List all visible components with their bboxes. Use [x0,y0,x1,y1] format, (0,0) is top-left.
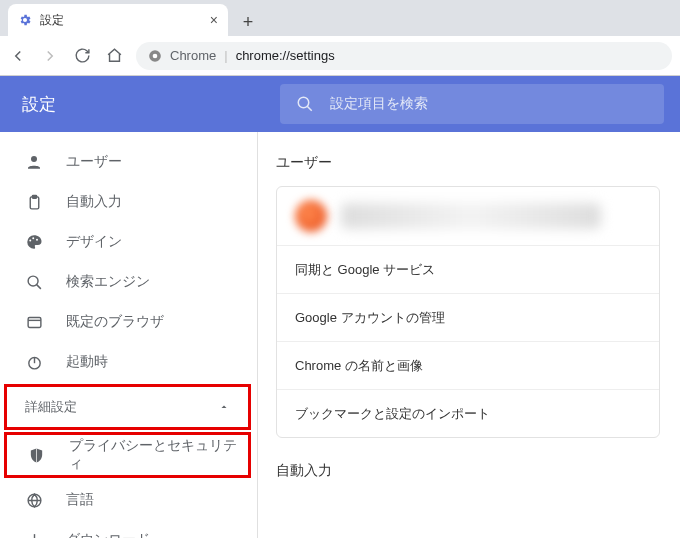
sidebar-item-label: ユーザー [66,153,122,171]
close-icon[interactable]: × [210,12,218,28]
svg-point-7 [32,237,34,239]
highlight-privacy: プライバシーとセキュリティ [4,432,251,478]
address-field[interactable]: Chrome | chrome://settings [136,42,672,70]
search-input[interactable]: 設定項目を検索 [280,84,664,124]
search-placeholder: 設定項目を検索 [330,95,428,113]
svg-point-6 [29,240,31,242]
sidebar-item-label: プライバシーとセキュリティ [69,437,248,473]
globe-icon [24,490,44,510]
forward-button[interactable] [40,46,60,66]
tab-strip: 設定 × + [0,0,680,36]
svg-point-8 [36,239,38,241]
power-icon [24,352,44,372]
profile-text-blurred [341,203,601,229]
sidebar-item-label: 検索エンジン [66,273,150,291]
sidebar-item-appearance[interactable]: デザイン [0,222,257,262]
row-import[interactable]: ブックマークと設定のインポート [277,389,659,437]
sidebar-item-search[interactable]: 検索エンジン [0,262,257,302]
page-title: 設定 [0,93,280,116]
highlight-advanced: 詳細設定 [4,384,251,430]
advanced-label: 詳細設定 [25,398,77,416]
profile-row[interactable] [277,187,659,245]
sidebar-item-user[interactable]: ユーザー [0,142,257,182]
address-url: chrome://settings [236,48,335,63]
svg-rect-5 [32,195,36,198]
tab-title: 設定 [40,12,64,29]
person-icon [24,152,44,172]
svg-point-1 [153,53,158,58]
sidebar-item-label: ダウンロード [66,531,150,538]
home-button[interactable] [104,46,124,66]
sidebar-item-language[interactable]: 言語 [0,480,257,520]
sidebar-item-label: 起動時 [66,353,108,371]
palette-icon [24,232,44,252]
new-tab-button[interactable]: + [234,8,262,36]
sidebar-item-label: 言語 [66,491,94,509]
sidebar-item-privacy[interactable]: プライバシーとセキュリティ [7,435,248,475]
row-sync[interactable]: 同期と Google サービス [277,245,659,293]
sidebar-item-downloads[interactable]: ダウンロード [0,520,257,538]
back-button[interactable] [8,46,28,66]
sidebar-item-autofill[interactable]: 自動入力 [0,182,257,222]
shield-icon [27,445,47,465]
svg-point-9 [28,276,38,286]
svg-point-2 [298,97,309,108]
sidebar-advanced-toggle[interactable]: 詳細設定 [7,387,248,427]
search-icon [296,95,314,113]
sidebar-item-label: デザイン [66,233,122,251]
section-title-autofill: 自動入力 [276,462,660,480]
sidebar-item-default-browser[interactable]: 既定のブラウザ [0,302,257,342]
address-context: Chrome [170,48,216,63]
sidebar-item-startup[interactable]: 起動時 [0,342,257,382]
svg-point-3 [31,156,37,162]
chrome-icon [148,49,162,63]
row-google-account[interactable]: Google アカウントの管理 [277,293,659,341]
main-content: ユーザー 同期と Google サービス Google アカウントの管理 Chr… [258,132,680,538]
gear-icon [18,13,32,27]
reload-button[interactable] [72,46,92,66]
row-chrome-name[interactable]: Chrome の名前と画像 [277,341,659,389]
avatar [295,200,327,232]
search-icon [24,272,44,292]
section-title-user: ユーザー [276,154,660,172]
download-icon [24,530,44,538]
svg-rect-10 [28,317,41,327]
sidebar: ユーザー 自動入力 デザイン 検索エンジン 既定のブラウザ 起動時 詳細設定 [0,132,258,538]
sidebar-item-label: 既定のブラウザ [66,313,164,331]
sidebar-item-label: 自動入力 [66,193,122,211]
browser-icon [24,312,44,332]
chevron-up-icon [218,401,230,413]
user-card: 同期と Google サービス Google アカウントの管理 Chrome の… [276,186,660,438]
settings-header: 設定 設定項目を検索 [0,76,680,132]
address-bar: Chrome | chrome://settings [0,36,680,76]
browser-tab[interactable]: 設定 × [8,4,228,36]
clipboard-icon [24,192,44,212]
